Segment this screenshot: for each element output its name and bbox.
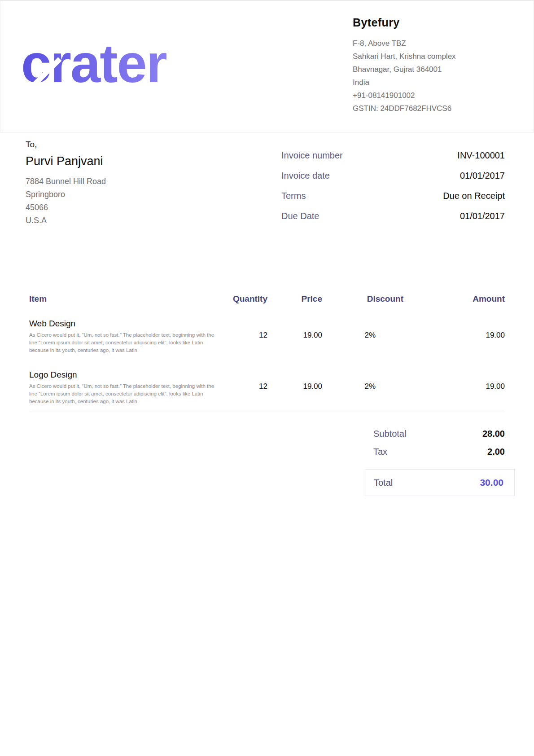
column-header-quantity: Quantity xyxy=(220,294,267,304)
bill-to-block: To, Purvi Panjvani 7884 Bunnel Hill Road… xyxy=(26,140,106,227)
company-address-line: Bhavnagar, Gujrat 364001 xyxy=(353,63,514,76)
total-box: Total 30.00 xyxy=(365,469,515,496)
column-header-amount: Amount xyxy=(403,294,505,304)
item-price: 19.00 xyxy=(267,370,322,405)
bill-to-intro: To, xyxy=(26,140,106,149)
item-quantity: 12 xyxy=(220,370,267,405)
bill-to-address-line: U.S.A xyxy=(26,214,106,227)
invoice-date-label: Invoice date xyxy=(281,171,330,181)
item-description: As Cicero would put it, “Um, not so fast… xyxy=(29,382,218,405)
terms-value: Due on Receipt xyxy=(443,191,505,201)
table-row: Logo Design As Cicero would put it, “Um,… xyxy=(29,370,505,405)
due-date-row: Due Date 01/01/2017 xyxy=(281,211,505,221)
bill-to-address-line: 45066 xyxy=(26,201,106,214)
column-header-price: Price xyxy=(267,294,322,304)
tax-label: Tax xyxy=(373,447,387,457)
bill-to-name: Purvi Panjvani xyxy=(26,154,106,168)
bill-to-address-line: Springboro xyxy=(26,188,106,201)
subtotal-row: Subtotal 28.00 xyxy=(373,429,505,439)
due-date-label: Due Date xyxy=(281,211,320,221)
company-address-line: F-8, Above TBZ xyxy=(353,37,514,50)
terms-row: Terms Due on Receipt xyxy=(281,191,505,201)
tax-row: Tax 2.00 xyxy=(373,447,505,457)
item-name: Logo Design xyxy=(29,370,220,380)
totals-section: Subtotal 28.00 Tax 2.00 Total 30.00 xyxy=(29,429,505,496)
company-address-line: Sahkari Hart, Krishna complex xyxy=(353,50,514,63)
company-info: Bytefury F-8, Above TBZ Sahkari Hart, Kr… xyxy=(353,16,514,115)
terms-label: Terms xyxy=(281,191,306,201)
items-table: Item Quantity Price Discount Amount Web … xyxy=(29,294,505,412)
table-bottom-divider xyxy=(29,412,505,412)
total-value: 30.00 xyxy=(480,477,503,488)
total-label: Total xyxy=(374,478,393,488)
invoice-number-value: INV-100001 xyxy=(457,150,505,161)
bill-to-address-line: 7884 Bunnel Hill Road xyxy=(26,175,106,188)
item-name: Web Design xyxy=(29,319,220,329)
crater-logo-text: crater xyxy=(21,33,167,93)
company-phone: +91-08141901002 xyxy=(353,89,514,102)
item-quantity: 12 xyxy=(220,319,267,354)
item-discount: 2% xyxy=(322,370,403,405)
subtotal-label: Subtotal xyxy=(373,429,406,439)
invoice-meta-block: Invoice number INV-100001 Invoice date 0… xyxy=(281,150,505,231)
invoice-parties-section: To, Purvi Panjvani 7884 Bunnel Hill Road… xyxy=(0,132,534,294)
invoice-page: crater Bytefury F-8, Above TBZ Sahkari H… xyxy=(0,0,534,756)
item-description: As Cicero would put it, “Um, not so fast… xyxy=(29,331,218,354)
table-row: Web Design As Cicero would put it, “Um, … xyxy=(29,319,505,354)
invoice-date-value: 01/01/2017 xyxy=(460,171,505,181)
item-cell: Logo Design As Cicero would put it, “Um,… xyxy=(29,370,220,405)
item-price: 19.00 xyxy=(267,319,322,354)
item-amount: 19.00 xyxy=(403,319,505,354)
due-date-value: 01/01/2017 xyxy=(460,211,505,221)
column-header-discount: Discount xyxy=(322,294,403,304)
tax-value: 2.00 xyxy=(487,447,505,457)
subtotal-value: 28.00 xyxy=(482,429,505,439)
invoice-header: crater Bytefury F-8, Above TBZ Sahkari H… xyxy=(0,0,534,132)
column-header-item: Item xyxy=(29,294,220,304)
items-table-header: Item Quantity Price Discount Amount xyxy=(29,294,505,304)
company-address-line: India xyxy=(353,76,514,89)
item-amount: 19.00 xyxy=(403,370,505,405)
item-discount: 2% xyxy=(322,319,403,354)
company-gstin: GSTIN: 24DDF7682FHVCS6 xyxy=(353,102,514,115)
company-name: Bytefury xyxy=(353,16,514,29)
invoice-number-row: Invoice number INV-100001 xyxy=(281,150,505,161)
item-cell: Web Design As Cicero would put it, “Um, … xyxy=(29,319,220,354)
invoice-number-label: Invoice number xyxy=(281,150,343,161)
crater-logo: crater xyxy=(20,31,222,93)
crater-logo-image: crater xyxy=(20,31,222,93)
invoice-date-row: Invoice date 01/01/2017 xyxy=(281,171,505,181)
